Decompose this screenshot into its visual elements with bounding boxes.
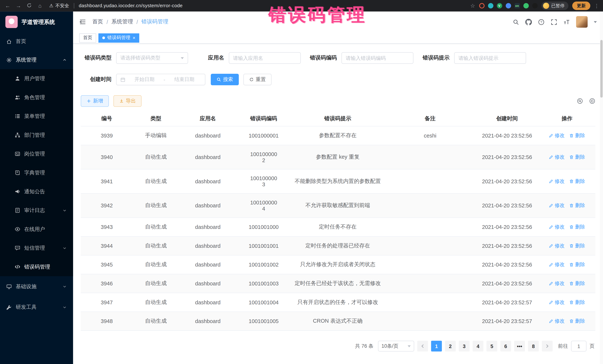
sidebar-item-角色管理[interactable]: 角色管理 [0,88,73,107]
search-button[interactable]: 搜索 [211,74,239,85]
sidebar-item-部门管理[interactable]: 部门管理 [0,126,73,144]
error-type-select[interactable]: 请选择错误码类型 [116,52,188,64]
tab-错误码管理[interactable]: 错误码管理× [99,33,139,43]
delete-link[interactable]: 删除 [569,132,585,139]
edit-link[interactable]: 修改 [549,154,565,161]
breadcrumb-item[interactable]: 系统管理 [112,18,133,25]
edit-link[interactable]: 修改 [549,178,565,185]
extension-icon[interactable]: V [497,3,502,9]
column-header[interactable]: 备注 [385,111,475,126]
page-button[interactable]: 8 [528,341,539,351]
sidebar-item-错误码管理[interactable]: 错误码管理 [0,257,73,276]
address-bar[interactable]: dashboard.yudao.iocoder.cn/system/error-… [79,3,183,9]
edit-link[interactable]: 修改 [549,299,565,306]
delete-link[interactable]: 删除 [569,178,585,185]
page-button[interactable]: 6 [500,341,511,351]
column-header[interactable]: 创建时间 [475,111,539,126]
sidebar-item-通知公告[interactable]: 通知公告 [0,182,73,201]
reload-icon[interactable] [25,2,33,9]
sidebar-item-审计日志[interactable]: 审计日志 [0,201,73,220]
sidebar-item-岗位管理[interactable]: 岗位管理 [0,144,73,163]
edit-link[interactable]: 修改 [549,243,565,249]
edit-link[interactable]: 修改 [549,202,565,209]
edit-link[interactable]: 修改 [549,132,565,139]
search-icon[interactable] [513,19,519,25]
column-header[interactable]: 编号 [81,111,133,126]
home-browser-icon[interactable]: ⌂ [36,3,44,9]
reset-button[interactable]: 重置 [244,74,271,85]
app-name-input[interactable] [233,55,297,61]
sidebar-item-系统管理[interactable]: 系统管理 [0,51,73,69]
date-range-picker[interactable]: 开始日期 - 结束日期 [116,74,205,85]
extension-icon[interactable] [488,3,493,9]
sidebar-item-菜单管理[interactable]: 菜单管理 [0,107,73,126]
next-page-button[interactable] [542,341,553,351]
extension-icon[interactable] [523,3,529,9]
fullscreen-icon[interactable] [551,19,557,25]
page-button[interactable]: 4 [473,341,483,351]
font-size-icon[interactable] [564,19,570,25]
sidebar-item-字典管理[interactable]: 字典管理 [0,163,73,182]
delete-link[interactable]: 删除 [569,243,585,249]
page-button[interactable]: 3 [459,341,470,351]
delete-link[interactable]: 删除 [569,318,585,325]
page-ellipsis[interactable]: ••• [514,341,525,351]
profile-pill[interactable]: 已暂停 [541,1,568,10]
back-icon[interactable]: ← [4,3,12,9]
scrollbar[interactable] [600,11,603,364]
delete-link[interactable]: 删除 [569,280,585,287]
delete-link[interactable]: 删除 [569,299,585,306]
sidebar-item-用户管理[interactable]: 用户管理 [0,69,73,88]
menu-fold-icon[interactable] [79,18,86,25]
column-header[interactable]: 错误码提示 [291,111,385,126]
help-icon[interactable]: ? [538,19,545,25]
delete-link[interactable]: 删除 [569,223,585,230]
extension-icon[interactable] [532,3,537,9]
forward-icon[interactable]: → [15,3,22,9]
sidebar-item-基础设施[interactable]: 基础设施 [0,276,73,297]
error-code-input[interactable] [346,55,409,61]
github-icon[interactable] [525,19,532,25]
sidebar-item-在线用户[interactable]: 在线用户 [0,220,73,239]
edit-link[interactable]: 修改 [549,223,565,230]
column-header[interactable]: 应用名 [179,111,237,126]
delete-link[interactable]: 删除 [569,202,585,209]
column-header[interactable]: 操作 [539,111,595,126]
prev-page-button[interactable] [417,341,428,351]
edit-link[interactable]: 修改 [549,318,565,325]
update-button[interactable]: 更新 [572,1,590,10]
bookmark-star-icon[interactable]: ☆ [470,3,475,9]
sidebar-item-首页[interactable]: 首页 [0,32,73,51]
column-header[interactable]: 类型 [133,111,179,126]
add-button[interactable]: 新增 [81,95,109,107]
security-indicator[interactable]: ⚠ 不安全 [49,2,69,9]
sidebar-item-研发工具[interactable]: 研发工具 [0,297,73,318]
extension-icon[interactable] [506,3,511,9]
page-size-select[interactable]: 10条/页 [378,341,414,351]
scrollbar-thumb[interactable] [600,40,603,98]
extension-icon[interactable]: on [514,3,520,9]
breadcrumb-item[interactable]: 错误码管理 [141,18,168,25]
edit-link[interactable]: 修改 [549,280,565,287]
toggle-search-icon[interactable] [577,98,583,104]
export-button[interactable]: 导出 [113,95,141,107]
delete-link[interactable]: 删除 [569,154,585,161]
user-avatar[interactable] [576,16,588,28]
close-icon[interactable]: × [133,36,135,40]
extension-icon[interactable] [479,3,485,9]
browser-menu-icon[interactable]: ⋮ [594,3,599,9]
page-button[interactable]: 5 [487,341,497,351]
page-button[interactable]: 1 [431,341,442,351]
error-hint-input[interactable] [458,55,522,61]
breadcrumb-item[interactable]: 首页 [92,18,103,25]
column-header[interactable]: 错误码编码 [237,111,290,126]
caret-down-icon[interactable] [594,21,597,23]
page-button[interactable]: 2 [445,341,456,351]
delete-link[interactable]: 删除 [569,261,585,268]
goto-page-input[interactable] [571,341,587,351]
refresh-icon[interactable] [589,98,595,104]
edit-link[interactable]: 修改 [549,261,565,268]
logo-row[interactable]: 芋道管理系统 [0,11,73,32]
sidebar-item-短信管理[interactable]: 短信管理 [0,239,73,257]
tab-首页[interactable]: 首页 [79,33,96,43]
